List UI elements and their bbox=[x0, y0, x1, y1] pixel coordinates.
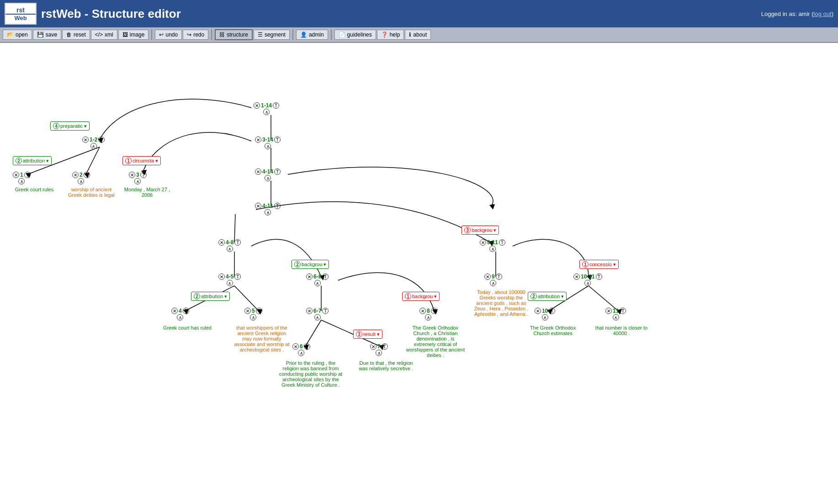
node-9-11-t[interactable]: T bbox=[499, 239, 505, 246]
xml-button[interactable]: </> xml bbox=[91, 30, 117, 40]
node-4-5-t[interactable]: T bbox=[234, 273, 241, 280]
node-4-8-x[interactable]: ✕ bbox=[218, 239, 225, 246]
node-10-x[interactable]: ✕ bbox=[535, 308, 541, 314]
admin-button[interactable]: 👤 admin bbox=[296, 30, 328, 40]
node-6-8-up[interactable]: ∧ bbox=[314, 280, 321, 286]
node-1-up[interactable]: ∧ bbox=[18, 178, 25, 184]
node-7-t[interactable]: T bbox=[382, 343, 388, 350]
node-10-up[interactable]: ∧ bbox=[542, 314, 548, 320]
rel-preparatic[interactable]: 4 preparatic ▾ bbox=[50, 121, 90, 131]
node-9-up[interactable]: ∧ bbox=[490, 280, 496, 286]
node-8-x[interactable]: ✕ bbox=[419, 308, 426, 314]
rel-backgrou2[interactable]: 2 backgrou ▾ bbox=[292, 260, 329, 269]
guidelines-button[interactable]: 📄 guidelines bbox=[334, 30, 376, 40]
node-3-x[interactable]: ✕ bbox=[129, 172, 135, 178]
separator2 bbox=[211, 29, 212, 40]
node-5: ✕ 5 T ∧ bbox=[244, 308, 262, 320]
node-9-t[interactable]: T bbox=[496, 273, 502, 280]
node-1-14-t[interactable]: T bbox=[273, 102, 279, 109]
node-10-11-x[interactable]: ✕ bbox=[573, 273, 580, 280]
node-2-t[interactable]: T bbox=[84, 172, 90, 178]
logout-link[interactable]: log out bbox=[814, 10, 832, 17]
node-7-up[interactable]: ∧ bbox=[376, 350, 382, 356]
node-10-t[interactable]: T bbox=[549, 308, 555, 314]
reset-button[interactable]: 🗑 reset bbox=[62, 30, 90, 40]
node-4-8-t[interactable]: T bbox=[234, 239, 241, 246]
text-8: The Greek Orthodox Church , a Christian … bbox=[406, 325, 465, 358]
node-6-up[interactable]: ∧ bbox=[298, 350, 304, 356]
node-11-t[interactable]: T bbox=[620, 308, 626, 314]
node-4-x[interactable]: ✕ bbox=[171, 308, 178, 314]
node-4-14-up[interactable]: ∧ bbox=[265, 175, 271, 181]
node-3-14-x[interactable]: ✕ bbox=[255, 136, 261, 143]
node-1-2-up[interactable]: ∧ bbox=[90, 143, 97, 149]
node-9-11-up[interactable]: ∧ bbox=[489, 246, 496, 252]
open-button[interactable]: 📂 open bbox=[3, 30, 32, 40]
node-5-up[interactable]: ∧ bbox=[250, 314, 256, 320]
node-4-5-up[interactable]: ∧ bbox=[227, 280, 233, 286]
node-6-8-t[interactable]: T bbox=[322, 273, 329, 280]
about-button[interactable]: ℹ about bbox=[405, 30, 431, 40]
rel-circumsta[interactable]: 1 circumsta ▾ bbox=[122, 156, 161, 165]
node-10-11-up[interactable]: ∧ bbox=[584, 280, 591, 286]
node-2-x[interactable]: ✕ bbox=[72, 172, 79, 178]
node-11-x[interactable]: ✕ bbox=[605, 308, 612, 314]
node-1-t[interactable]: T bbox=[24, 172, 31, 178]
segment-button[interactable]: ☰ segment bbox=[254, 30, 290, 40]
node-5-x[interactable]: ✕ bbox=[244, 308, 251, 314]
node-9-x[interactable]: ✕ bbox=[484, 273, 491, 280]
image-button[interactable]: 🖼 image bbox=[118, 30, 149, 40]
separator1 bbox=[151, 29, 152, 40]
node-8-up[interactable]: ∧ bbox=[425, 314, 431, 320]
rel-concessio[interactable]: 1 concessio ▾ bbox=[579, 260, 619, 269]
node-6-7-x[interactable]: ✕ bbox=[306, 308, 313, 314]
node-1-14-up[interactable]: ∧ bbox=[263, 109, 270, 115]
save-button[interactable]: 💾 save bbox=[33, 30, 61, 40]
node-11-up[interactable]: ∧ bbox=[613, 314, 619, 320]
node-1-14-x[interactable]: ✕ bbox=[254, 102, 260, 109]
node-1-2-t[interactable]: T bbox=[98, 136, 105, 143]
node-1-x[interactable]: ✕ bbox=[13, 172, 19, 178]
text-node-1: Greek court rules bbox=[7, 187, 62, 192]
node-4-5-x[interactable]: ✕ bbox=[218, 273, 225, 280]
rel-attribution1[interactable]: 2 attribution ▾ bbox=[13, 156, 52, 165]
node-4-up[interactable]: ∧ bbox=[177, 314, 183, 320]
node-6-t[interactable]: T bbox=[304, 343, 310, 350]
node-5-t[interactable]: T bbox=[256, 308, 262, 314]
rel-backgrou3[interactable]: 3 backgrou ▾ bbox=[461, 226, 499, 235]
node-4-11-x[interactable]: ✕ bbox=[255, 203, 261, 209]
node-6-8-x[interactable]: ✕ bbox=[306, 273, 313, 280]
node-4-t[interactable]: T bbox=[183, 308, 189, 314]
node-4-11-up[interactable]: ∧ bbox=[265, 209, 271, 215]
node-1: ✕ 1 T ∧ bbox=[13, 172, 31, 184]
undo-button[interactable]: ↩ undo bbox=[155, 30, 182, 40]
node-7-x[interactable]: ✕ bbox=[370, 343, 377, 350]
node-4-11-t[interactable]: T bbox=[274, 203, 281, 209]
node-1-14-icons: ✕ 1-14 T bbox=[254, 102, 279, 109]
help-button[interactable]: ❓ help bbox=[377, 30, 404, 40]
node-9-11-x[interactable]: ✕ bbox=[480, 239, 486, 246]
node-1-2-x[interactable]: ✕ bbox=[82, 136, 89, 143]
node-4-14-x[interactable]: ✕ bbox=[255, 168, 261, 175]
rel-attribution3[interactable]: 2 attribution ▾ bbox=[528, 292, 567, 301]
redo-button[interactable]: ↪ redo bbox=[183, 30, 208, 40]
rel-backgrou1[interactable]: 1 backgrou ▾ bbox=[402, 292, 440, 301]
node-2-up[interactable]: ∧ bbox=[78, 178, 84, 184]
node-6-7-t[interactable]: T bbox=[322, 308, 329, 314]
node-10-11-t[interactable]: T bbox=[596, 273, 602, 280]
node-6-x[interactable]: ✕ bbox=[292, 343, 299, 350]
rel-attribution2[interactable]: 2 attribution ▾ bbox=[191, 292, 230, 301]
node-3-14-up[interactable]: ∧ bbox=[265, 143, 271, 149]
node-3-up[interactable]: ∧ bbox=[134, 178, 141, 184]
app-title: rstWeb - Structure editor bbox=[41, 7, 761, 21]
node-3-t[interactable]: T bbox=[140, 172, 147, 178]
node-4-14-t[interactable]: T bbox=[274, 168, 281, 175]
node-6-7-up[interactable]: ∧ bbox=[314, 314, 321, 320]
rel-result[interactable]: 3 result ▾ bbox=[353, 330, 382, 339]
node-3-14-t[interactable]: T bbox=[274, 136, 281, 143]
text-5: that worshippers of the ancient Greek re… bbox=[232, 325, 292, 352]
node-8-t[interactable]: T bbox=[431, 308, 437, 314]
node-4-8-up[interactable]: ∧ bbox=[227, 246, 233, 252]
text-node-3: Monday , March 27 , 2006 bbox=[120, 187, 175, 198]
structure-button[interactable]: ⛓ structure bbox=[215, 29, 253, 40]
